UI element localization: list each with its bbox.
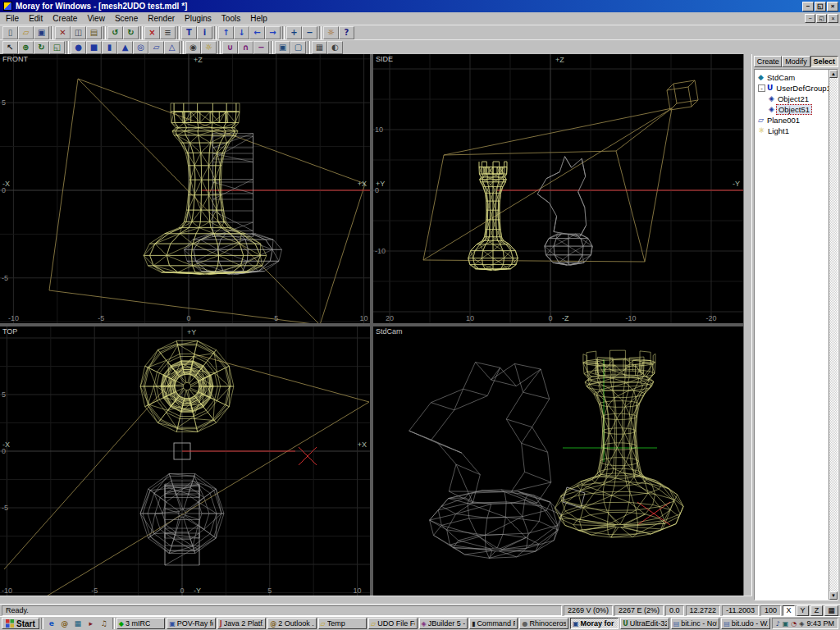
scale-button[interactable]: ◱ xyxy=(49,41,65,54)
task-bit-udo-w[interactable]: ▤bit.udo - W... xyxy=(721,618,769,629)
internet-explorer-icon[interactable]: e xyxy=(45,618,58,629)
properties-button[interactable]: ≡ xyxy=(160,26,176,39)
create-cone-button[interactable]: ▲ xyxy=(117,41,133,54)
display-icon[interactable]: ▣ xyxy=(783,620,789,628)
task-temp[interactable]: ▱Temp xyxy=(318,618,367,629)
menu-create[interactable]: Create xyxy=(48,13,82,25)
create-torus-button[interactable]: ◎ xyxy=(133,41,148,54)
save-file-button[interactable]: ▣ xyxy=(34,26,49,39)
close-button[interactable]: × xyxy=(827,2,838,11)
task-jbuilder-5[interactable]: ◈JBuilder 5 - ... xyxy=(419,618,468,629)
mdi-close-button[interactable]: × xyxy=(828,14,838,23)
viewport-side[interactable]: 20100-10-20100-10+Z-Z+Y-YSIDE xyxy=(373,54,743,323)
task-moray-for[interactable]: ▣Moray for ... xyxy=(570,618,619,629)
menu-scene[interactable]: Scene xyxy=(110,13,143,25)
menu-plugins[interactable]: Plugins xyxy=(180,13,217,25)
tree-scrollbar[interactable]: ▲ ▼ xyxy=(829,70,838,600)
move-up-button[interactable]: ↑ xyxy=(218,26,234,39)
task-udo-file-fo[interactable]: ▱UDO File Fo... xyxy=(368,618,417,629)
viewport-camera[interactable]: StdCam xyxy=(373,326,743,596)
csg-union-button[interactable]: ∪ xyxy=(222,41,238,54)
paste-button[interactable]: ▤ xyxy=(86,26,102,39)
group-button[interactable]: ▣ xyxy=(275,41,290,54)
winamp-icon[interactable]: ♫ xyxy=(98,618,111,629)
text-button[interactable]: T xyxy=(181,26,197,39)
tree-expander-icon[interactable]: - xyxy=(758,84,765,92)
menu-file[interactable]: File xyxy=(1,13,24,25)
tab-create[interactable]: Create xyxy=(754,56,782,67)
menu-edit[interactable]: Edit xyxy=(24,13,48,25)
undo-button[interactable]: ↺ xyxy=(107,26,123,39)
cut-button[interactable]: ✕ xyxy=(55,26,71,39)
workspace-vertical-splitter[interactable] xyxy=(743,54,752,596)
csg-intersection-button[interactable]: ∩ xyxy=(238,41,253,54)
help-button[interactable]: ? xyxy=(339,26,354,39)
task-bit-inc-not[interactable]: ▤bit.inc - Not... xyxy=(671,618,719,629)
mdi-minimize-button[interactable]: − xyxy=(805,14,815,23)
translate-button[interactable]: ⊕ xyxy=(18,41,34,54)
tree-item-plane001[interactable]: ▱Plane001 xyxy=(756,115,829,126)
copy-button[interactable]: ◫ xyxy=(71,26,86,39)
info-button[interactable]: i xyxy=(197,26,212,39)
create-box-button[interactable]: ■ xyxy=(86,41,102,54)
media-player-icon[interactable]: ▸ xyxy=(84,618,98,629)
create-cylinder-button[interactable]: ▮ xyxy=(102,41,117,54)
tab-modify[interactable]: Modify xyxy=(782,56,810,67)
move-left-button[interactable]: ← xyxy=(249,26,265,39)
axis-z-button[interactable]: Z xyxy=(810,605,823,616)
scrollbar-track[interactable] xyxy=(829,78,838,591)
tree-item-userdefgroup1[interactable]: -UUserDefGroup1 xyxy=(756,83,829,94)
ungroup-button[interactable]: ▢ xyxy=(290,41,306,54)
task-command-p[interactable]: ▮Command P... xyxy=(469,618,518,629)
workspace-horizontal-splitter[interactable] xyxy=(0,596,752,604)
tree-item-stdcam[interactable]: ◆StdCam xyxy=(756,72,829,83)
minimize-button[interactable]: − xyxy=(802,2,814,11)
select-button[interactable]: ↖ xyxy=(2,41,18,54)
outlook-icon[interactable]: @ xyxy=(58,618,71,629)
task-3-mirc[interactable]: ◆3 mIRC xyxy=(116,618,165,629)
scroll-down-icon[interactable]: ▼ xyxy=(829,591,838,600)
tab-select[interactable]: Select xyxy=(810,56,838,67)
mdi-restore-button[interactable]: ◱ xyxy=(816,14,827,23)
tree-item-object51[interactable]: ◈Object51 xyxy=(756,104,829,115)
viewport-top[interactable]: -10-5051050-5+Y-Y-X+XTOP xyxy=(0,326,370,596)
zoom-in-button[interactable]: + xyxy=(286,26,302,39)
create-mesh-button[interactable]: △ xyxy=(164,41,180,54)
create-plane-button[interactable]: ▱ xyxy=(148,41,164,54)
task-2-outlook[interactable]: @2 Outlook ... xyxy=(267,618,316,629)
menu-view[interactable]: View xyxy=(82,13,110,25)
redo-button[interactable]: ↻ xyxy=(123,26,139,39)
rotate-button[interactable]: ↻ xyxy=(34,41,49,54)
csg-difference-button[interactable]: − xyxy=(253,41,269,54)
create-sphere-button[interactable]: ● xyxy=(71,41,86,54)
create-camera-button[interactable]: ◉ xyxy=(185,41,201,54)
volume-icon[interactable]: ♪ xyxy=(776,620,780,628)
network-icon[interactable]: ◈ xyxy=(799,620,804,628)
menu-tools[interactable]: Tools xyxy=(217,13,245,25)
zoom-out-button[interactable]: − xyxy=(302,26,317,39)
open-file-button[interactable]: ▱ xyxy=(18,26,34,39)
delete-button[interactable]: × xyxy=(144,26,160,39)
menu-render[interactable]: Render xyxy=(143,13,180,25)
show-desktop-icon[interactable]: ▦ xyxy=(71,618,84,629)
tree-item-object21[interactable]: ◈Object21 xyxy=(756,94,829,104)
task-pov-ray-fo[interactable]: ▣POV-Ray fo... xyxy=(167,618,215,629)
grid-snap-button[interactable]: ▦ xyxy=(824,605,838,616)
scroll-up-icon[interactable]: ▲ xyxy=(829,70,838,78)
menu-help[interactable]: Help xyxy=(245,13,272,25)
axis-y-button[interactable]: Y xyxy=(797,605,809,616)
task-ultraedit-32[interactable]: UUltraEdit-32 xyxy=(620,618,669,629)
task-rhinoceros[interactable]: ●Rhinoceros ... xyxy=(519,618,568,629)
create-light-button[interactable]: ☼ xyxy=(201,41,217,54)
new-file-button[interactable]: ▯ xyxy=(2,26,18,39)
viewport-front[interactable]: -10-5051050-5+Z-X+XFRONT xyxy=(0,54,370,323)
title-bar[interactable]: Moray for Windows - [mesh2UDO test.mdl *… xyxy=(0,0,840,12)
move-down-button[interactable]: ↓ xyxy=(234,26,249,39)
start-button[interactable]: Start xyxy=(2,618,39,629)
axis-x-button[interactable]: X xyxy=(783,605,795,616)
restore-button[interactable]: ◱ xyxy=(815,2,826,11)
wireframe-view-button[interactable]: ▦ xyxy=(312,41,327,54)
scheduler-icon[interactable]: ◔ xyxy=(791,620,797,628)
render-button[interactable]: ☼ xyxy=(323,26,339,39)
move-right-button[interactable]: → xyxy=(265,26,281,39)
